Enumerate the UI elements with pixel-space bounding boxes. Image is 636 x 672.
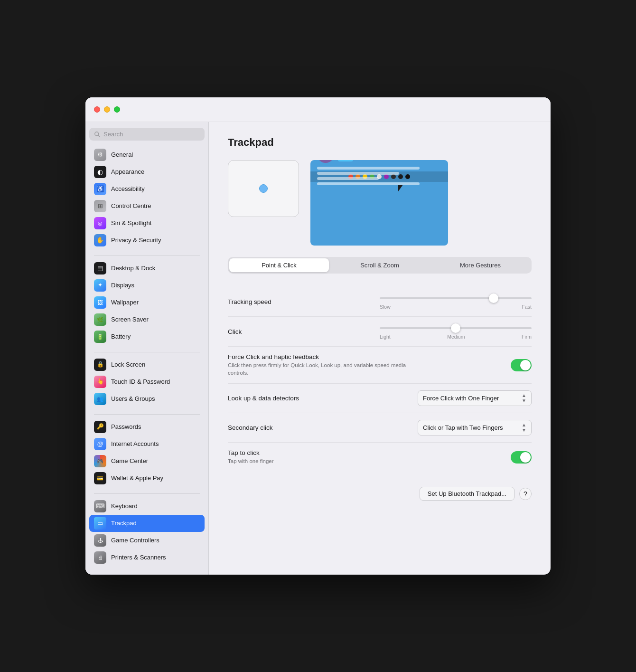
sidebar-group-keyboard: ⌨ Keyboard ▭ Trackpad 🕹 Game Controllers…	[89, 498, 205, 566]
sidebar-item-battery[interactable]: 🔋 Battery	[89, 328, 205, 345]
sidebar-divider-3	[94, 414, 200, 415]
lookup-dropdown[interactable]: Force Click with One Finger ▲ ▼	[418, 390, 532, 406]
sidebar-label-accessibility: Accessibility	[111, 185, 145, 193]
secondary-click-dropdown[interactable]: Click or Tap with Two Fingers ▲ ▼	[418, 420, 532, 435]
tap-to-click-sublabel: Tap with one finger	[228, 457, 274, 465]
shape-rect	[338, 160, 353, 161]
sidebar-label-keyboard: Keyboard	[111, 502, 138, 511]
click-slider-wrap[interactable]	[380, 323, 532, 333]
chevron-down-icon-2: ▼	[522, 428, 526, 433]
sidebar-item-appearance[interactable]: ◐ Appearance	[89, 163, 205, 180]
wallet-icon: 💳	[94, 472, 106, 484]
page-title: Trackpad	[228, 136, 532, 149]
sidebar-divider-4	[94, 493, 200, 494]
sidebar-item-trackpad[interactable]: ▭ Trackpad	[89, 515, 205, 532]
close-button[interactable]	[94, 106, 100, 113]
tracking-speed-slider-wrap[interactable]	[380, 293, 532, 303]
screen-line-3	[317, 177, 379, 180]
preview-area	[228, 160, 532, 246]
tap-to-click-toggle-knob	[520, 452, 531, 463]
wallpaper-icon: 🖼	[94, 296, 106, 309]
force-click-sublabel: Click then press firmly for Quick Look, …	[228, 361, 418, 377]
gamecenter-icon: 🎮	[94, 455, 106, 467]
sidebar-label-privacy: Privacy & Security	[111, 237, 161, 245]
setting-row-secondary-click: Secondary click Click or Tap with Two Fi…	[228, 413, 532, 443]
minimize-button[interactable]	[104, 106, 110, 113]
traffic-lights	[94, 106, 120, 113]
tab-scroll-zoom[interactable]: Scroll & Zoom	[330, 258, 430, 272]
force-click-label: Force Click and haptic feedback	[228, 353, 418, 360]
tap-to-click-toggle[interactable]	[511, 451, 532, 464]
sidebar-label-passwords: Passwords	[111, 423, 141, 431]
sidebar-label-printers: Printers & Scanners	[111, 554, 166, 562]
search-icon	[94, 131, 101, 138]
screen-content	[310, 160, 448, 171]
sidebar-item-users[interactable]: 👥 Users & Groups	[89, 390, 205, 407]
sidebar-item-touchid[interactable]: 👆 Touch ID & Password	[89, 373, 205, 390]
click-max-label: Firm	[522, 334, 532, 340]
maximize-button[interactable]	[114, 106, 120, 113]
bottom-row: Set Up Bluetooth Trackpad... ?	[228, 487, 532, 501]
appearance-icon: ◐	[94, 166, 106, 178]
sidebar-item-desktop[interactable]: ▤ Desktop & Dock	[89, 260, 205, 277]
click-control: Light Medium Firm	[380, 323, 532, 340]
sidebar-label-control-centre: Control Centre	[111, 202, 151, 210]
chevron-up-icon: ▲	[522, 393, 526, 398]
sidebar-label-wallet: Wallet & Apple Pay	[111, 474, 163, 483]
sidebar-item-control-centre[interactable]: ⊞ Control Centre	[89, 198, 205, 215]
sidebar-item-passwords[interactable]: 🔑 Passwords	[89, 418, 205, 435]
setup-bluetooth-button[interactable]: Set Up Bluetooth Trackpad...	[420, 487, 514, 501]
svg-line-1	[98, 135, 100, 137]
sidebar-item-privacy[interactable]: ✋ Privacy & Security	[89, 232, 205, 249]
sidebar-item-gamecenter[interactable]: 🎮 Game Center	[89, 453, 205, 470]
sidebar-label-trackpad: Trackpad	[111, 520, 137, 528]
printers-icon: 🖨	[94, 551, 106, 564]
tracking-speed-track	[380, 297, 532, 299]
sidebar-item-siri[interactable]: ◎ Siri & Spotlight	[89, 215, 205, 232]
tab-more-gestures[interactable]: More Gestures	[430, 258, 530, 272]
tracking-speed-max-label: Fast	[522, 304, 532, 310]
sidebar-item-general[interactable]: ⚙ General	[89, 146, 205, 163]
sidebar-item-printers[interactable]: 🖨 Printers & Scanners	[89, 549, 205, 566]
sidebar-item-displays[interactable]: ✦ Displays	[89, 277, 205, 294]
sidebar-item-keyboard[interactable]: ⌨ Keyboard	[89, 498, 205, 515]
sidebar-item-screensaver[interactable]: 🌿 Screen Saver	[89, 311, 205, 328]
tap-to-click-text: Tap to click Tap with one finger	[228, 449, 274, 465]
general-icon: ⚙	[94, 149, 106, 161]
sidebar-item-internet[interactable]: @ Internet Accounts	[89, 435, 205, 453]
tab-point-click[interactable]: Point & Click	[229, 258, 329, 272]
screen-line-1	[317, 167, 420, 170]
help-button[interactable]: ?	[519, 488, 532, 500]
tap-to-click-label: Tap to click	[228, 449, 274, 456]
trackpad-dot	[259, 184, 268, 193]
click-mid-label: Medium	[447, 334, 465, 340]
click-thumb[interactable]	[451, 323, 460, 333]
search-bar[interactable]: Search	[89, 128, 205, 141]
sidebar-item-gamecontrollers[interactable]: 🕹 Game Controllers	[89, 532, 205, 549]
search-placeholder: Search	[103, 131, 123, 138]
sidebar-item-wallpaper[interactable]: 🖼 Wallpaper	[89, 294, 205, 311]
sidebar-group-general: ⚙ General ◐ Appearance ♿ Accessibility ⊞…	[89, 146, 205, 249]
cursor-arrow	[398, 185, 403, 191]
sidebar-label-battery: Battery	[111, 333, 131, 341]
click-track	[380, 327, 532, 329]
setting-row-click: Click Light Medium Firm	[228, 317, 532, 347]
tracking-speed-thumb[interactable]	[489, 293, 498, 303]
click-min-label: Light	[380, 334, 391, 340]
sidebar-item-lockscreen[interactable]: 🔒 Lock Screen	[89, 356, 205, 373]
sidebar-label-displays: Displays	[111, 282, 134, 290]
force-click-toggle[interactable]	[511, 359, 532, 371]
system-preferences-window: Search ⚙ General ◐ Appearance ♿ Accessib…	[85, 97, 551, 575]
titlebar	[85, 97, 551, 122]
sidebar-label-users: Users & Groups	[111, 395, 155, 403]
secondary-click-label: Secondary click	[228, 424, 273, 431]
setting-row-force-click: Force Click and haptic feedback Click th…	[228, 347, 532, 384]
sidebar-item-wallet[interactable]: 💳 Wallet & Apple Pay	[89, 470, 205, 487]
passwords-icon: 🔑	[94, 421, 106, 433]
sidebar-label-gamecenter: Game Center	[111, 457, 148, 465]
sidebar-label-internet: Internet Accounts	[111, 440, 159, 448]
lookup-dropdown-value: Force Click with One Finger	[423, 395, 499, 402]
sidebar-item-accessibility[interactable]: ♿ Accessibility	[89, 180, 205, 198]
sidebar-label-appearance: Appearance	[111, 168, 144, 176]
force-click-text: Force Click and haptic feedback Click th…	[228, 353, 418, 377]
